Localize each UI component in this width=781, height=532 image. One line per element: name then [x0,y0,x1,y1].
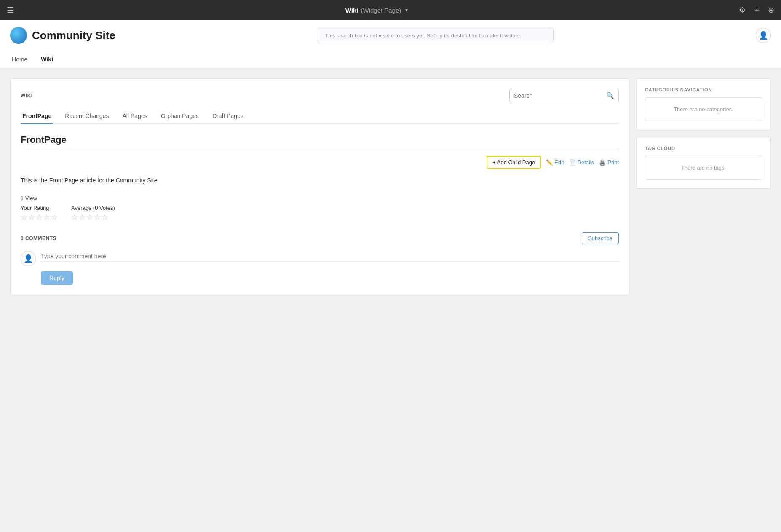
categories-empty: There are no categories. [645,97,762,121]
details-icon: 📄 [569,159,576,166]
wiki-label: WIKI [21,93,33,99]
avg-star-3: ☆ [86,213,93,222]
tags-title: TAG CLOUD [645,146,762,151]
tab-orphan-pages[interactable]: Orphan Pages [159,109,201,123]
search-input[interactable] [514,92,603,99]
avg-star-2: ☆ [79,213,86,222]
star-4[interactable]: ☆ [43,213,50,222]
reply-button[interactable]: Reply [41,271,73,285]
add-icon[interactable]: + [754,5,760,16]
star-2[interactable]: ☆ [28,213,35,222]
tab-draft-pages[interactable]: Draft Pages [211,109,245,123]
tab-frontpage[interactable]: FrontPage [21,109,53,123]
average-rating-stars: ☆ ☆ ☆ ☆ ☆ [71,213,115,222]
hamburger-icon[interactable]: ☰ [7,5,14,15]
wiki-search: 🔍 [509,89,619,102]
avg-star-1: ☆ [71,213,78,222]
nav-item-home[interactable]: Home [10,51,29,68]
average-rating-group: Average (0 Votes) ☆ ☆ ☆ ☆ ☆ [71,205,115,222]
views-label: 1 View [21,195,619,201]
article-text: This is the Front Page article for the C… [21,176,619,185]
comments-label: 0 COMMENTS [21,235,56,241]
globe-icon[interactable]: ⊕ [768,5,774,15]
your-rating-label: Your Rating [21,205,58,211]
print-link[interactable]: 🖨️ Print [599,159,619,166]
site-logo [10,27,27,44]
wiki-header: WIKI 🔍 [21,89,619,102]
topbar-title: Wiki [345,7,358,14]
frontpage-title: FrontPage [21,134,619,145]
tab-recent-changes[interactable]: Recent Changes [63,109,110,123]
search-bar-notice: This search bar is not visible to users … [318,28,554,43]
add-child-page-button[interactable]: + Add Child Page [487,156,541,169]
tab-all-pages[interactable]: All Pages [121,109,149,123]
star-1[interactable]: ☆ [21,213,27,222]
avg-star-4: ☆ [94,213,101,222]
comment-input[interactable] [41,251,619,262]
average-rating-label: Average (0 Votes) [71,205,115,211]
star-5[interactable]: ☆ [51,213,58,222]
print-icon: 🖨️ [599,159,606,166]
subscribe-button[interactable]: Subscribe [582,232,619,244]
comments-header: 0 COMMENTS Subscribe [21,232,619,244]
title-divider [21,149,619,149]
details-link[interactable]: 📄 Details [569,159,594,166]
topbar-subtitle: (Widget Page) [361,7,401,14]
edit-pencil-icon: ✏️ [546,159,553,166]
comments-section: 0 COMMENTS Subscribe 👤 Reply [21,232,619,285]
site-title: Community Site [32,29,115,42]
nav-bar: Home Wiki [0,51,781,68]
edit-link[interactable]: ✏️ Edit [546,159,564,166]
user-avatar[interactable]: 👤 [756,28,771,43]
comment-input-row: 👤 [21,251,619,266]
nav-item-wiki[interactable]: Wiki [39,51,55,68]
main-panel: WIKI 🔍 FrontPage Recent Changes All Page… [10,78,629,295]
page-content: WIKI 🔍 FrontPage Recent Changes All Page… [0,68,781,305]
site-header: Community Site This search bar is not vi… [0,20,781,51]
site-brand: Community Site [10,27,115,44]
your-rating-stars[interactable]: ☆ ☆ ☆ ☆ ☆ [21,213,58,222]
tags-section: TAG CLOUD There are no tags. [636,137,771,189]
star-3[interactable]: ☆ [36,213,43,222]
tabs: FrontPage Recent Changes All Pages Orpha… [21,109,619,124]
categories-section: CATEGORIES NAVIGATION There are no categ… [636,78,771,130]
topbar-dropdown-icon[interactable]: ▾ [405,7,408,13]
sidebar-panel: CATEGORIES NAVIGATION There are no categ… [636,78,771,295]
action-bar: + Add Child Page ✏️ Edit 📄 Details 🖨️ Pr… [21,156,619,169]
avg-star-5: ☆ [102,213,108,222]
tags-empty: There are no tags. [645,156,762,180]
settings-icon[interactable]: ⚙ [739,5,746,15]
your-rating-group: Your Rating ☆ ☆ ☆ ☆ ☆ [21,205,58,222]
comment-avatar: 👤 [21,251,36,266]
categories-title: CATEGORIES NAVIGATION [645,87,762,92]
search-icon[interactable]: 🔍 [606,92,614,99]
rating-section: Your Rating ☆ ☆ ☆ ☆ ☆ Average (0 Votes) … [21,205,619,222]
topbar: ☰ Wiki (Widget Page) ▾ ⚙ + ⊕ [0,0,781,20]
